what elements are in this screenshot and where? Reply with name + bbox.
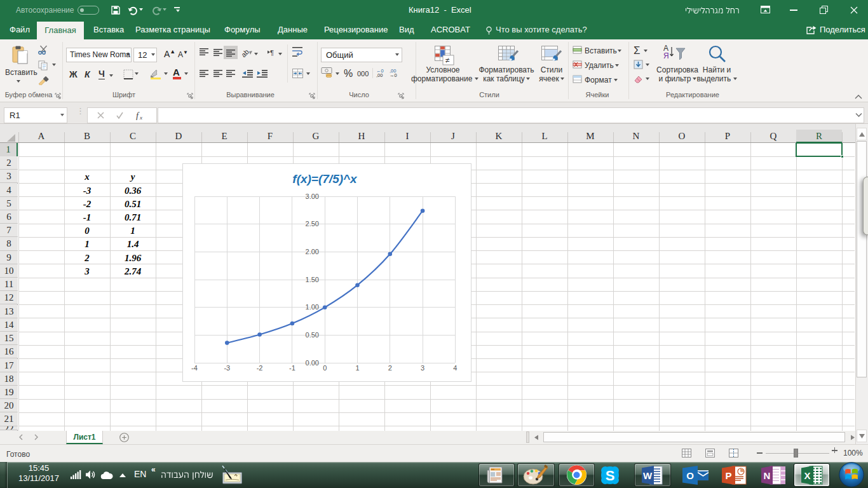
svg-text:f(x)=(7/5)^x: f(x)=(7/5)^x xyxy=(292,172,358,186)
svg-text:2.50: 2.50 xyxy=(305,220,318,227)
svg-text:-3: -3 xyxy=(224,364,230,372)
svg-text:3.00: 3.00 xyxy=(305,193,318,200)
svg-text:0: 0 xyxy=(323,364,327,372)
svg-text:P: P xyxy=(725,470,731,481)
svg-text:4: 4 xyxy=(453,364,457,372)
svg-text:-1: -1 xyxy=(289,364,295,372)
svg-text:X: X xyxy=(804,470,810,481)
svg-text:S: S xyxy=(606,468,615,484)
svg-text:O: O xyxy=(686,470,694,481)
svg-text:2: 2 xyxy=(388,364,391,372)
svg-text:-4: -4 xyxy=(191,364,198,372)
svg-text:1.50: 1.50 xyxy=(305,276,318,283)
svg-text:1.00: 1.00 xyxy=(305,303,318,311)
svg-text:3: 3 xyxy=(421,364,424,372)
svg-text:1: 1 xyxy=(355,364,359,372)
svg-text:W: W xyxy=(643,470,653,481)
svg-text:2.00: 2.00 xyxy=(305,248,318,255)
svg-text:N: N xyxy=(764,470,771,481)
svg-text:-2: -2 xyxy=(256,364,262,372)
svg-text:0.00: 0.00 xyxy=(305,359,318,367)
svg-text:0.50: 0.50 xyxy=(305,331,318,339)
